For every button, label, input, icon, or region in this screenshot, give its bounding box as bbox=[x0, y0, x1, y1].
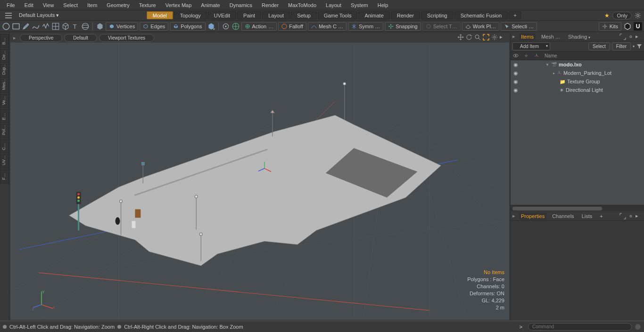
record-icon[interactable] bbox=[635, 324, 641, 330]
menu-render[interactable]: Render bbox=[257, 1, 283, 9]
hex-icon[interactable] bbox=[623, 22, 632, 31]
tab-schematicfusion[interactable]: Schematic Fusion bbox=[454, 11, 508, 19]
selection-button[interactable]: Selecti … bbox=[501, 22, 537, 31]
tab-properties[interactable]: Properties bbox=[519, 212, 546, 220]
pen-prim-icon[interactable] bbox=[22, 22, 30, 31]
col-name-header[interactable]: Name bbox=[542, 53, 644, 58]
tab-gametools[interactable]: Game Tools bbox=[318, 11, 358, 19]
col-visibility-icon[interactable] bbox=[511, 53, 521, 59]
tree-row-texture-group[interactable]: ◉ 📁 Texture Group bbox=[511, 77, 644, 86]
tab-setup[interactable]: Setup bbox=[291, 11, 317, 19]
filter-button[interactable]: Filter bbox=[612, 42, 631, 50]
menu-dynamics[interactable]: Dynamics bbox=[225, 1, 257, 9]
rail-tab-3[interactable]: Mes… bbox=[0, 79, 9, 93]
kits-button[interactable]: Kits bbox=[599, 22, 621, 31]
mesh-constraint-button[interactable]: Mesh C … bbox=[308, 22, 347, 31]
tree-row-parking-lot[interactable]: ◉ ▸ Modern_Parking_Lot bbox=[511, 69, 644, 77]
menu-file[interactable]: File bbox=[2, 1, 20, 9]
rail-tab-5[interactable]: E… bbox=[0, 109, 9, 123]
cube-dd-icon[interactable] bbox=[207, 22, 215, 31]
menu-view[interactable]: View bbox=[38, 1, 59, 9]
cube-solid-icon[interactable] bbox=[96, 22, 104, 31]
edges-button[interactable]: Edges bbox=[140, 22, 168, 31]
grid-prim-icon[interactable] bbox=[51, 22, 60, 31]
tab-props-add[interactable]: + bbox=[598, 212, 604, 220]
action-button[interactable]: Action… bbox=[241, 22, 277, 31]
move-icon[interactable] bbox=[457, 34, 464, 40]
eye-icon[interactable]: ◉ bbox=[511, 87, 521, 93]
menu-geometry[interactable]: Geometry bbox=[102, 1, 134, 9]
tab-animate[interactable]: Animate bbox=[358, 11, 389, 19]
tab-shading[interactable]: Shading ▾ bbox=[566, 33, 592, 40]
menu-select[interactable]: Select bbox=[58, 1, 83, 9]
vp-tab-textures[interactable]: Viewport Textures bbox=[99, 34, 154, 42]
tab-add[interactable]: ＋ bbox=[509, 11, 521, 19]
tree-row-scene[interactable]: ◉ ▼ 🎬 modo.lxo bbox=[511, 60, 644, 69]
only-chip[interactable]: Only bbox=[612, 12, 632, 19]
menu-texture[interactable]: Texture bbox=[134, 1, 161, 9]
target-icon[interactable] bbox=[222, 22, 230, 31]
hamburger-icon[interactable] bbox=[5, 12, 12, 19]
symmetry-button[interactable]: Symm … bbox=[348, 22, 383, 31]
sphere-prim-icon[interactable] bbox=[81, 22, 90, 31]
vertices-button[interactable]: Vertices bbox=[106, 22, 138, 31]
unreal-icon[interactable]: U bbox=[634, 22, 642, 31]
tree-hscrollbar[interactable] bbox=[511, 205, 644, 211]
props-menu-icon[interactable]: ▸ bbox=[636, 213, 642, 219]
rail-tab-2[interactable]: Dup… bbox=[0, 64, 9, 78]
expand-icon[interactable] bbox=[483, 34, 489, 40]
tab-items[interactable]: Items bbox=[519, 33, 536, 40]
props-gear-icon[interactable] bbox=[627, 213, 634, 219]
menu-edit[interactable]: Edit bbox=[20, 1, 38, 9]
funnel-icon[interactable] bbox=[636, 43, 642, 50]
select-button[interactable]: Select bbox=[588, 42, 610, 50]
command-input[interactable] bbox=[528, 323, 632, 331]
vp-tab-default[interactable]: Default bbox=[64, 34, 97, 42]
menu-help[interactable]: Help bbox=[373, 1, 393, 9]
vp-gear-icon[interactable] bbox=[491, 34, 498, 40]
rail-tab-0[interactable]: B… bbox=[0, 34, 9, 48]
tab-model[interactable]: Model bbox=[147, 11, 173, 19]
snapping-button[interactable]: Snapping bbox=[385, 22, 421, 31]
add-item-dropdown[interactable]: Add Item ▾ bbox=[512, 42, 550, 50]
menu-item[interactable]: Item bbox=[83, 1, 102, 9]
eye-icon[interactable]: ◉ bbox=[511, 62, 521, 68]
rail-tab-9[interactable]: F… bbox=[0, 170, 9, 184]
tree-row-directional-light[interactable]: ◉ ☀ Directional Light bbox=[511, 86, 644, 94]
workplane-button[interactable]: Work Pl… bbox=[462, 22, 499, 31]
scene-tree[interactable]: ◉ ▼ 🎬 modo.lxo ◉ ▸ Modern_Parking_Lot ◉ … bbox=[511, 60, 644, 205]
rail-tab-7[interactable]: C… bbox=[0, 139, 9, 154]
star-icon[interactable]: ★ bbox=[604, 12, 610, 19]
tab-paint[interactable]: Paint bbox=[237, 11, 261, 19]
col-add-icon[interactable]: ✧ bbox=[521, 53, 531, 58]
tab-scripting[interactable]: Scripting bbox=[421, 11, 454, 19]
select-through-button[interactable]: Select T… bbox=[422, 22, 461, 31]
eye-icon[interactable]: ◉ bbox=[511, 79, 521, 85]
vp-caret-icon[interactable]: ▸ bbox=[13, 35, 18, 41]
tab-topology[interactable]: Topology bbox=[174, 11, 207, 19]
viewport-canvas[interactable]: No Items Polygons : Face Channels: 0 Def… bbox=[10, 42, 509, 320]
vp-tab-perspective[interactable]: Perspective bbox=[20, 34, 62, 42]
rail-tab-8[interactable]: UV… bbox=[0, 154, 9, 169]
tab-lists[interactable]: Lists bbox=[580, 212, 594, 220]
filter-caret-icon[interactable]: ▾ bbox=[633, 44, 635, 49]
props-caret-icon[interactable]: ▸ bbox=[512, 213, 515, 219]
menu-vertexmap[interactable]: Vertex Map bbox=[161, 1, 197, 9]
polygons-button[interactable]: Polygons bbox=[170, 22, 205, 31]
circle-prim-icon[interactable] bbox=[2, 22, 10, 31]
col-axis-icon[interactable] bbox=[531, 53, 542, 59]
axis-gizmo[interactable]: x y z bbox=[32, 288, 55, 310]
eye-icon[interactable]: ◉ bbox=[511, 70, 521, 76]
rail-tab-1[interactable]: De… bbox=[0, 49, 9, 63]
rotate-icon[interactable] bbox=[466, 34, 472, 40]
curve-prim-icon[interactable] bbox=[32, 22, 40, 31]
text-prim-icon[interactable]: T bbox=[71, 22, 80, 31]
settings-gear-icon[interactable] bbox=[635, 12, 641, 19]
tab-channels[interactable]: Channels bbox=[550, 212, 576, 220]
menu-layout[interactable]: Layout bbox=[321, 1, 346, 9]
vp-menu-icon[interactable]: ▸ bbox=[500, 34, 506, 40]
menu-maxtomodo[interactable]: MaxToModo bbox=[283, 1, 321, 9]
zoom-icon[interactable] bbox=[474, 34, 481, 40]
rect-prim-icon[interactable] bbox=[12, 22, 20, 31]
tab-mesh[interactable]: Mesh … bbox=[539, 33, 562, 40]
